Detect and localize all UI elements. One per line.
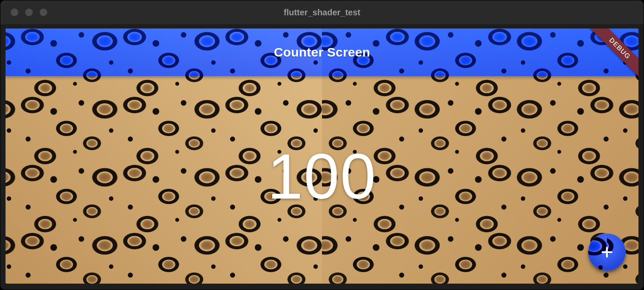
page-title: Counter Screen: [274, 45, 370, 60]
traffic-lights: [0, 9, 47, 16]
counter-value: 100: [267, 140, 377, 213]
plus-icon: [588, 233, 626, 271]
window-titlebar[interactable]: flutter_shader_test: [0, 0, 644, 24]
zoom-window-button[interactable]: [40, 9, 47, 16]
app-viewport: Counter Screen 100 DEBUG: [6, 28, 638, 284]
minimize-window-button[interactable]: [25, 9, 33, 16]
window-title: flutter_shader_test: [0, 8, 644, 17]
close-window-button[interactable]: [11, 9, 18, 16]
app-bar: Counter Screen: [6, 28, 638, 76]
macos-window: flutter_shader_test Counter Screen 100 D…: [0, 0, 644, 290]
increment-fab[interactable]: [588, 233, 626, 271]
